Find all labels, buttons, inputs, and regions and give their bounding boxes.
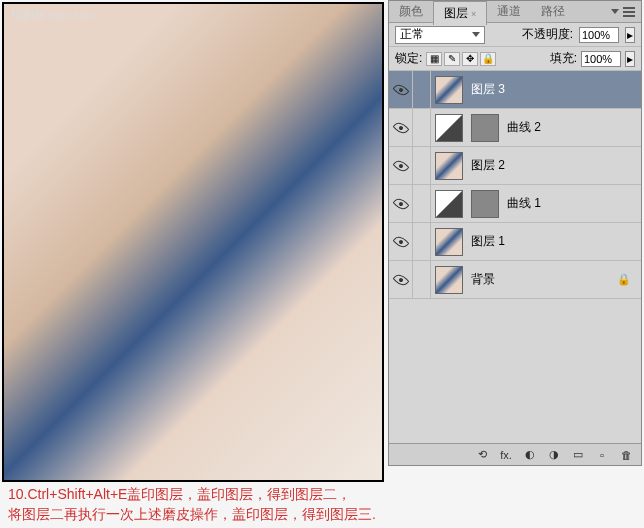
layer-row[interactable]: 图层 3 [389, 71, 641, 109]
lock-brush-icon[interactable]: ✎ [444, 52, 460, 66]
layer-name[interactable]: 背景 [467, 271, 495, 288]
new-layer-icon[interactable]: ▫ [595, 448, 609, 462]
adjustment-thumbnail[interactable] [435, 114, 463, 142]
visibility-toggle[interactable] [389, 185, 413, 222]
visibility-toggle[interactable] [389, 71, 413, 108]
close-icon[interactable]: × [471, 9, 476, 19]
adjustment-icon[interactable]: ◑ [547, 448, 561, 462]
layers-palette: 颜色 图层× 通道 路径 正常 不透明度: 100% ▸ 锁定: ▦ ✎ ✥ 🔒… [388, 0, 642, 466]
layer-name[interactable]: 图层 3 [467, 81, 505, 98]
fx-icon[interactable]: fx. [499, 448, 513, 462]
layer-row[interactable]: 图层 2 [389, 147, 641, 185]
eye-icon [392, 271, 409, 288]
fill-arrow[interactable]: ▸ [625, 51, 635, 67]
fill-label: 填充: [550, 50, 577, 67]
watermark: 呢图网 nipic.com [12, 8, 95, 23]
lock-row: 锁定: ▦ ✎ ✥ 🔒 填充: 100% ▸ [389, 47, 641, 71]
visibility-toggle[interactable] [389, 109, 413, 146]
opacity-arrow[interactable]: ▸ [625, 27, 635, 43]
visibility-toggle[interactable] [389, 147, 413, 184]
link-layers-icon[interactable]: ⟲ [475, 448, 489, 462]
lock-transparency-icon[interactable]: ▦ [426, 52, 442, 66]
link-col[interactable] [413, 147, 431, 184]
link-col[interactable] [413, 185, 431, 222]
adjustment-thumbnail[interactable] [435, 190, 463, 218]
layer-row[interactable]: 曲线 1 [389, 185, 641, 223]
image-placeholder: 呢图网 nipic.com [4, 4, 382, 480]
folder-icon[interactable]: ▭ [571, 448, 585, 462]
tab-channels[interactable]: 通道 [487, 0, 531, 23]
opacity-label: 不透明度: [522, 26, 573, 43]
link-col[interactable] [413, 109, 431, 146]
blend-row: 正常 不透明度: 100% ▸ [389, 23, 641, 47]
lock-all-icon[interactable]: 🔒 [480, 52, 496, 66]
palette-tabs: 颜色 图层× 通道 路径 [389, 1, 641, 23]
layer-thumbnail[interactable] [435, 266, 463, 294]
layer-name[interactable]: 曲线 2 [503, 119, 541, 136]
chevron-down-icon[interactable] [611, 9, 619, 14]
layer-name[interactable]: 曲线 1 [503, 195, 541, 212]
mask-icon[interactable]: ◐ [523, 448, 537, 462]
trash-icon[interactable]: 🗑 [619, 448, 633, 462]
tab-layers[interactable]: 图层× [433, 1, 487, 25]
layer-thumbnail[interactable] [435, 228, 463, 256]
opacity-value[interactable]: 100% [579, 27, 619, 43]
eye-icon [392, 233, 409, 250]
lock-label: 锁定: [395, 50, 422, 67]
chevron-down-icon [472, 32, 480, 37]
layer-row[interactable]: 背景 🔒 [389, 261, 641, 299]
tab-color[interactable]: 颜色 [389, 0, 433, 23]
eye-icon [392, 81, 409, 98]
layer-thumbnail[interactable] [435, 152, 463, 180]
layer-thumbnail[interactable] [435, 76, 463, 104]
fill-value[interactable]: 100% [581, 51, 621, 67]
eye-icon [392, 157, 409, 174]
link-col[interactable] [413, 223, 431, 260]
mask-thumbnail[interactable] [471, 190, 499, 218]
visibility-toggle[interactable] [389, 223, 413, 260]
instruction-text: 10.Ctrl+Shift+Alt+E盖印图层，盖印图层，得到图层二， 将图层二… [8, 484, 628, 524]
menu-icon[interactable] [623, 7, 635, 17]
eye-icon [392, 195, 409, 212]
layer-name[interactable]: 图层 1 [467, 233, 505, 250]
lock-move-icon[interactable]: ✥ [462, 52, 478, 66]
mask-thumbnail[interactable] [471, 114, 499, 142]
eye-icon [392, 119, 409, 136]
layer-row[interactable]: 曲线 2 [389, 109, 641, 147]
tab-paths[interactable]: 路径 [531, 0, 575, 23]
lock-icon: 🔒 [617, 273, 631, 286]
link-col[interactable] [413, 71, 431, 108]
layer-row[interactable]: 图层 1 [389, 223, 641, 261]
blend-mode-select[interactable]: 正常 [395, 26, 485, 44]
layer-name[interactable]: 图层 2 [467, 157, 505, 174]
palette-footer: ⟲ fx. ◐ ◑ ▭ ▫ 🗑 [389, 443, 641, 465]
link-col[interactable] [413, 261, 431, 298]
canvas[interactable]: 呢图网 nipic.com [2, 2, 384, 482]
layers-list: 图层 3 曲线 2 图层 2 曲线 1 图层 1 [389, 71, 641, 443]
visibility-toggle[interactable] [389, 261, 413, 298]
